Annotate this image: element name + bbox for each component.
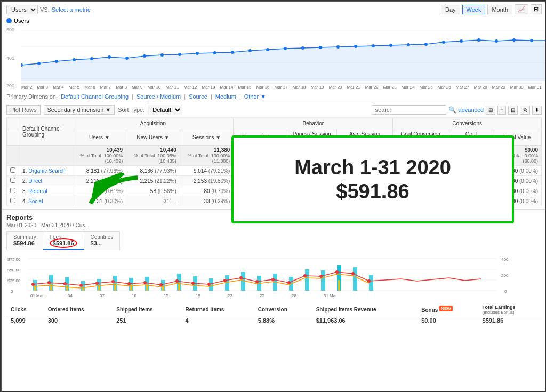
x-label-21: Mar 22 bbox=[365, 85, 379, 90]
checkbox-col-header-2 bbox=[7, 129, 19, 146]
total-cb bbox=[7, 146, 19, 166]
source-medium-link[interactable]: Source / Medium bbox=[136, 93, 181, 100]
month-btn[interactable]: Month bbox=[487, 5, 512, 14]
fees-highlight: $591.86 bbox=[50, 238, 77, 248]
pivot-icon-btn[interactable]: ⊟ bbox=[508, 106, 518, 115]
svg-rect-76 bbox=[162, 286, 164, 291]
svg-rect-67 bbox=[369, 275, 373, 291]
x-label-6: Mar 7 bbox=[100, 85, 111, 90]
svg-point-33 bbox=[530, 39, 533, 42]
shipped-items-header: Shipped Items bbox=[112, 303, 181, 316]
search-input[interactable] bbox=[372, 105, 446, 115]
other-link[interactable]: Other ▼ bbox=[244, 93, 266, 100]
svg-text:01 Mar: 01 Mar bbox=[30, 293, 44, 298]
table-icon-btn[interactable]: ≡ bbox=[497, 106, 506, 115]
legend-dot-users bbox=[6, 18, 12, 23]
svg-point-30 bbox=[477, 38, 480, 42]
svg-text:22: 22 bbox=[228, 293, 232, 298]
summary-tab-summary[interactable]: Summary $594.86 bbox=[7, 232, 43, 250]
summary-tab-countries[interactable]: Countries $3... bbox=[84, 232, 120, 250]
x-label-5: Mar 6 bbox=[84, 85, 95, 90]
svg-point-99 bbox=[351, 272, 355, 275]
toolbar-right: 🔍 advanced ⊞ ≡ ⊟ % ⬇ bbox=[372, 105, 542, 115]
x-label-12: Mar 13 bbox=[202, 85, 215, 90]
sort-type-label: Sort Type: bbox=[118, 107, 144, 113]
svg-point-20 bbox=[301, 46, 304, 50]
row4-cb[interactable] bbox=[7, 196, 19, 206]
row4-channel: 4. Social bbox=[19, 196, 73, 206]
stats-row: 5,099 300 251 4 5.88% $11,963.06 $0.00 $… bbox=[6, 316, 542, 325]
table-toolbar: Plot Rows Secondary dimension ▼ Sort Typ… bbox=[6, 102, 542, 118]
ordered-items-value: 300 bbox=[44, 316, 113, 325]
x-label-17: Mar 18 bbox=[293, 85, 306, 90]
countries-tab-value: $3... bbox=[91, 240, 114, 246]
y-label-200: 200 bbox=[6, 83, 21, 89]
svg-point-6 bbox=[55, 60, 58, 63]
svg-text:04: 04 bbox=[68, 293, 73, 298]
chart-line-icon[interactable]: 📈 bbox=[515, 4, 528, 14]
y-label-600: 600 bbox=[6, 27, 21, 33]
bottom-chart-area: $75.00 $50.00 $25.00 0 400 200 0 bbox=[6, 253, 542, 301]
vs-label: VS. bbox=[40, 6, 50, 13]
chart-bar-icon[interactable]: ⊞ bbox=[531, 4, 542, 14]
day-btn[interactable]: Day bbox=[441, 5, 460, 14]
x-label-10: Mar 11 bbox=[166, 85, 179, 90]
bottom-chart-svg: $75.00 $50.00 $25.00 0 400 200 0 bbox=[6, 253, 518, 300]
x-label-24: Mar 25 bbox=[420, 85, 433, 90]
percent-icon-btn[interactable]: % bbox=[520, 106, 530, 115]
secondary-dimension-button[interactable]: Secondary dimension ▼ bbox=[44, 105, 115, 115]
svg-point-88 bbox=[175, 279, 179, 283]
svg-text:25: 25 bbox=[260, 293, 264, 298]
svg-rect-72 bbox=[98, 286, 100, 291]
row1-sessions: 9,014 (79.21%) bbox=[180, 166, 234, 176]
dim-sep-4: | bbox=[239, 93, 241, 100]
svg-point-11 bbox=[143, 54, 146, 58]
total-users: 10,439 % of Total: 100.00% (10,439) bbox=[73, 146, 126, 166]
svg-point-27 bbox=[424, 43, 428, 46]
sort-type-select[interactable]: Default bbox=[148, 105, 182, 115]
svg-rect-66 bbox=[353, 267, 357, 291]
row3-cb[interactable] bbox=[7, 186, 19, 196]
summary-tab-fees[interactable]: Fees $591.86 bbox=[43, 232, 84, 250]
download-icon-btn[interactable]: ⬇ bbox=[532, 106, 542, 115]
metric-dropdown[interactable]: Users bbox=[6, 5, 38, 14]
svg-text:07: 07 bbox=[100, 293, 105, 298]
plot-rows-button[interactable]: Plot Rows bbox=[6, 105, 41, 115]
medium-link[interactable]: Medium bbox=[215, 93, 236, 100]
svg-point-82 bbox=[79, 284, 83, 287]
chart-controls: Users VS. Select a metric Day Week Month… bbox=[6, 4, 542, 14]
x-label-29: Mar 30 bbox=[510, 85, 524, 90]
total-new-users: 10,440 % of Total: 100.05% (10,435) bbox=[126, 146, 180, 166]
row2-cb[interactable] bbox=[7, 176, 19, 186]
annotation-subtitle: $591.86 bbox=[336, 180, 409, 203]
x-label-18: Mar 19 bbox=[311, 85, 324, 90]
row4-sessions: 33 (0.29%) bbox=[180, 196, 234, 206]
svg-rect-63 bbox=[305, 269, 309, 291]
new-badge: NEW bbox=[439, 306, 453, 311]
acquisition-header: Acquisition bbox=[73, 118, 234, 129]
line-chart-svg bbox=[21, 25, 546, 81]
users-header: Users ▼ bbox=[73, 129, 126, 146]
chart-legend: Users bbox=[6, 17, 542, 25]
svg-point-96 bbox=[303, 274, 307, 277]
svg-point-17 bbox=[248, 49, 252, 52]
annotation-box: March 1-31 2020 $591.86 bbox=[231, 135, 514, 223]
y-axis-labels: 600 400 200 bbox=[6, 25, 21, 91]
svg-point-5 bbox=[37, 62, 41, 65]
svg-point-19 bbox=[284, 47, 287, 50]
chart-controls-left: Users VS. Select a metric bbox=[6, 5, 90, 14]
total-label bbox=[19, 146, 73, 166]
annotation-title: March 1-31 2020 bbox=[294, 156, 451, 180]
svg-point-28 bbox=[442, 41, 445, 44]
advanced-link[interactable]: advanced bbox=[459, 107, 484, 113]
svg-point-97 bbox=[319, 275, 323, 278]
default-channel-grouping-link[interactable]: Default Channel Grouping bbox=[61, 93, 129, 100]
row1-cb[interactable] bbox=[7, 166, 19, 176]
svg-point-94 bbox=[271, 278, 275, 281]
select-metric-link[interactable]: Select a metric bbox=[52, 6, 91, 13]
week-btn[interactable]: Week bbox=[462, 5, 486, 14]
svg-point-100 bbox=[367, 279, 371, 283]
shipped-items-value: 251 bbox=[112, 316, 181, 325]
grid-icon-btn[interactable]: ⊞ bbox=[486, 106, 495, 115]
source-link[interactable]: Source bbox=[189, 93, 207, 100]
